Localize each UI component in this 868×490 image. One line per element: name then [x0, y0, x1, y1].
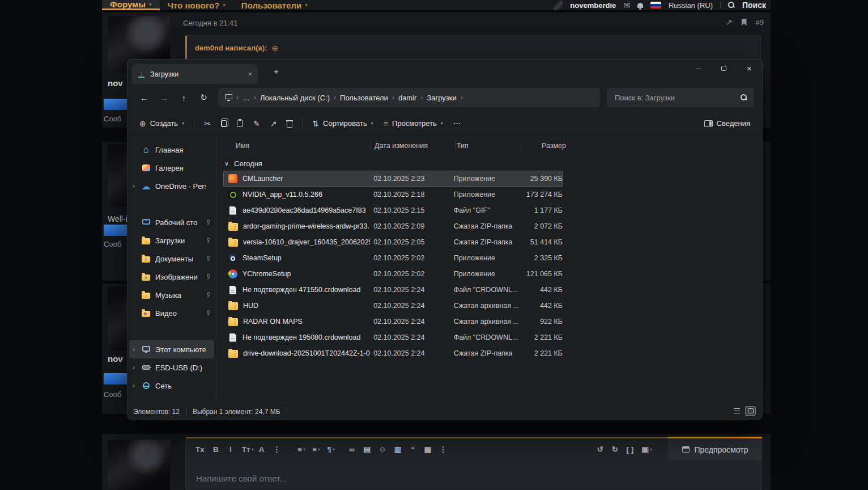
preview-button[interactable]: Предпросмотр [668, 437, 762, 461]
view-button[interactable]: ≡ Просмотреть ▾ [378, 115, 448, 133]
share-button[interactable]: ↗ [265, 115, 282, 133]
sidebar-item[interactable]: › Видео [129, 304, 214, 322]
search-icon[interactable] [728, 2, 735, 9]
file-row[interactable]: SteamSetup 02.10.2025 2:02 Приложение 2 … [223, 250, 563, 266]
column-header-size[interactable]: Размер [521, 138, 568, 153]
refresh-button[interactable]: ↻ [195, 89, 212, 107]
file-row[interactable]: versia-10610_drajver_160435_20062025 02.… [223, 234, 563, 250]
maximize-button[interactable] [711, 60, 737, 77]
group-header-today[interactable]: ∨ Сегодня [223, 156, 762, 171]
chevron-right-icon[interactable]: › [133, 364, 141, 371]
post-timestamp[interactable]: Сегодня в 21:41 [183, 19, 237, 27]
breadcrumb-item[interactable]: Загрузки [427, 94, 456, 102]
explorer-search-box[interactable] [607, 88, 754, 107]
details-pane-button[interactable]: Сведения [699, 115, 755, 133]
breadcrumb-ellipsis[interactable]: … [242, 94, 250, 102]
alerts-bell-icon[interactable] [637, 3, 643, 8]
more-format-button[interactable]: ⋮ ▾ [271, 442, 286, 457]
search-input[interactable] [614, 93, 736, 103]
breadcrumb-item[interactable]: Локальный диск (C:) [260, 94, 330, 102]
column-header-date[interactable]: Дата изменения [371, 138, 455, 153]
quote-author[interactable]: dem0nd написал(а): ⊕ [195, 44, 278, 53]
list-button[interactable]: ≡ ▾ [295, 442, 308, 457]
redo-button[interactable]: ↻ ▾ [610, 442, 623, 457]
remove-format-button[interactable]: Tx ▾ [194, 442, 210, 457]
user-avatar[interactable] [553, 1, 563, 10]
sidebar-item[interactable]: › OneDrive - Pers [129, 177, 214, 195]
rename-button[interactable]: ✎ [248, 115, 265, 133]
sidebar-item[interactable]: › Галерея [129, 159, 214, 177]
forum-nav-item[interactable]: Форумы ▾ [102, 0, 160, 10]
sidebar-item[interactable]: › ESD-USB (D:) [129, 358, 214, 377]
alignment-button[interactable]: ≡ ▾ [309, 442, 323, 457]
forum-search-label[interactable]: Поиск [742, 1, 766, 10]
more-options-button[interactable]: ⋯ [448, 115, 466, 133]
search-icon[interactable] [741, 94, 747, 101]
breadcrumb-item[interactable]: damir [398, 94, 417, 102]
member-name[interactable]: nov [108, 354, 123, 364]
smilies-button[interactable]: ☺ ▾ [377, 442, 392, 457]
language-selector[interactable]: Russian (RU) [669, 1, 713, 10]
italic-button[interactable]: I ▾ [225, 442, 239, 457]
sort-button[interactable]: ⇅ Сортировать ▾ [307, 115, 378, 133]
sidebar-item[interactable]: › Загрузки [129, 231, 214, 250]
sidebar-item[interactable]: › Рабочий сто [129, 213, 214, 231]
copy-button[interactable] [216, 115, 232, 133]
bb-code-button[interactable]: [ ] ▾ [624, 442, 639, 457]
paragraph-format-button[interactable]: ¶ ▾ [324, 442, 338, 457]
file-row[interactable]: ae439d0280eac36dad14969a5ace7f83 02.10.2… [223, 202, 563, 218]
column-header-type[interactable]: Тип [456, 138, 521, 153]
insert-link-button[interactable]: ∞ ▾ [347, 442, 360, 457]
undo-button[interactable]: ↺ ▾ [595, 442, 609, 457]
explorer-titlebar[interactable]: ↓ Загрузки × + ─ × [127, 60, 762, 84]
font-size-button[interactable]: Tт ▾ [240, 442, 256, 457]
close-button[interactable]: × [737, 60, 762, 77]
quote-button[interactable]: “ ▾ [408, 442, 422, 457]
file-row[interactable]: ardor-gaming-prime-wireless-ardw-pr33...… [223, 218, 563, 234]
member-avatar[interactable] [108, 440, 170, 490]
this-pc-icon[interactable] [225, 94, 232, 99]
member-name[interactable]: Well-i [108, 214, 127, 223]
sidebar-item[interactable]: › Сеть [129, 377, 214, 395]
sidebar-item[interactable]: › Изображени [129, 268, 214, 286]
chevron-right-icon[interactable]: › [133, 182, 141, 190]
new-tab-button[interactable]: + [274, 66, 279, 76]
forum-nav-item[interactable]: Пользователи ▾ [233, 0, 316, 10]
minimize-button[interactable]: ─ [686, 60, 711, 77]
delete-button[interactable] [282, 115, 297, 133]
insert-table-button[interactable]: ▦ ▾ [423, 442, 437, 457]
file-row[interactable]: HUD 02.10.2025 2:24 Сжатая архивная ... … [223, 298, 563, 314]
file-row[interactable]: drive-download-20251001T202442Z-1-001 02… [223, 345, 563, 361]
back-button[interactable]: ← [135, 89, 153, 107]
breadcrumb-item[interactable]: Пользователи [340, 94, 388, 102]
up-button[interactable]: ↑ [175, 89, 193, 107]
column-divider[interactable] [568, 141, 568, 150]
file-row[interactable]: RADAR ON MAPS 02.10.2025 2:24 Сжатая арх… [223, 314, 563, 330]
file-row[interactable]: Не подтвержден 195080.crdownload 02.10.2… [223, 330, 563, 345]
breadcrumb[interactable]: › … › Локальный диск (C:) › Пользователи… [218, 88, 600, 107]
more-insert-button[interactable]: ⋮ ▾ [437, 442, 452, 457]
username[interactable]: novemberdie [570, 1, 616, 10]
insert-image-button[interactable]: ▤ ▾ [361, 442, 376, 457]
chevron-down-icon[interactable]: ∨ [224, 160, 229, 167]
sidebar-item[interactable]: › Главная [129, 141, 214, 159]
column-header-name[interactable]: Имя [223, 138, 371, 153]
bold-button[interactable]: B ▾ [211, 442, 224, 457]
russian-flag-icon[interactable] [650, 2, 661, 9]
post-number[interactable]: #9 [756, 18, 764, 27]
file-row[interactable]: NVIDIA_app_v11.0.5.266 02.10.2025 2:18 П… [223, 187, 563, 202]
large-icons-view-toggle[interactable] [746, 407, 755, 415]
sidebar-item[interactable]: › Документы [129, 250, 214, 268]
bookmark-icon[interactable] [742, 19, 747, 26]
file-row[interactable]: CMLauncher 02.10.2025 2:23 Приложение 25… [223, 171, 563, 187]
text-color-button[interactable]: A ▾ [257, 442, 270, 457]
file-row[interactable]: Не подтвержден 471550.crdownload 02.10.2… [223, 282, 563, 298]
expand-quote-icon[interactable]: ⊕ [271, 44, 278, 53]
drafts-button[interactable]: ▣ ▾ [640, 442, 654, 457]
inbox-envelope-icon[interactable]: ✉ [623, 1, 630, 10]
forum-nav-item[interactable]: Что нового? ▾ [160, 0, 233, 10]
chevron-right-icon[interactable]: › [133, 382, 141, 390]
paste-button[interactable] [232, 115, 248, 133]
member-name[interactable]: nov [108, 78, 123, 88]
sidebar-item[interactable]: › Этот компьютер [129, 340, 214, 358]
